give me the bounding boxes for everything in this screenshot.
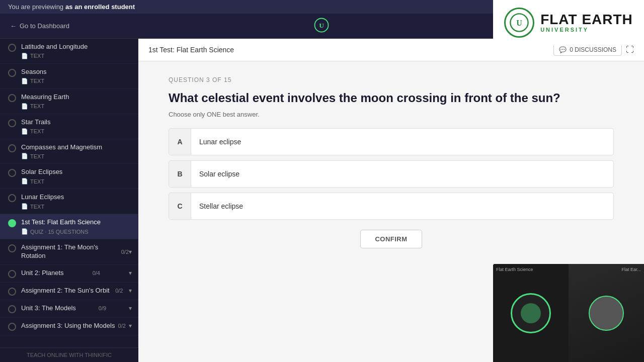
video-graphic bbox=[511, 293, 551, 333]
sidebar-item-title: Assignment 1: The Moon's Rotation bbox=[21, 243, 121, 260]
go-dashboard-button[interactable]: ← Go to Dashboard bbox=[10, 22, 69, 30]
sidebar-item-latitude[interactable]: Latitude and Longitude📄TEXT bbox=[0, 39, 138, 64]
sidebar-item-title: Unit 3: The Models bbox=[21, 304, 76, 313]
video-left-panel: Flat Earth Science bbox=[493, 264, 569, 362]
sidebar-item-title: Compasses and Magnetism bbox=[21, 143, 102, 152]
sidebar-item-title: Assignment 2: The Sun's Orbit bbox=[21, 287, 110, 295]
sidebar-item-title: Assignment 3: Using the Models bbox=[21, 322, 115, 330]
sidebar-item-sub-label: TEXT bbox=[30, 103, 44, 109]
answer-text: Lunar eclipse bbox=[191, 131, 249, 153]
sidebar-item-sub-label: TEXT bbox=[30, 78, 44, 84]
svg-text:U: U bbox=[516, 19, 522, 27]
sidebar-item-compasses[interactable]: Compasses and Magnetism📄TEXT bbox=[0, 139, 138, 164]
sidebar-item-assignment3[interactable]: Assignment 3: Using the Models0/2▾ bbox=[0, 318, 138, 335]
sidebar-item-title: Latitude and Longitude bbox=[21, 43, 88, 51]
answer-option-b[interactable]: BSolar eclipse bbox=[169, 160, 614, 188]
sidebar-item-assignment1[interactable]: Assignment 1: The Moon's Rotation0/2▾ bbox=[0, 239, 138, 265]
answer-text: Stellar eclipse bbox=[191, 195, 251, 217]
discussions-label: 0 DISCUSSIONS bbox=[570, 46, 616, 53]
sidebar-item-count: 0/2 bbox=[121, 249, 129, 255]
sidebar-circle bbox=[8, 169, 16, 177]
answer-letter: C bbox=[169, 193, 191, 219]
header-logo: U bbox=[314, 18, 329, 35]
brand-icon: U bbox=[504, 8, 534, 38]
sidebar-circle bbox=[8, 44, 16, 52]
chat-icon: 💬 bbox=[559, 46, 567, 53]
question-label: QUESTION 3 OF 15 bbox=[169, 76, 614, 83]
sidebar-circle bbox=[8, 194, 16, 202]
sidebar-item-title: Solar Eclipses bbox=[21, 168, 62, 176]
doc-icon: 📄 bbox=[21, 178, 28, 185]
sidebar-circle bbox=[8, 288, 16, 296]
answer-option-a[interactable]: ALunar eclipse bbox=[169, 128, 614, 155]
sidebar-item-solar-eclipses[interactable]: Solar Eclipses📄TEXT bbox=[0, 164, 138, 189]
sidebar-item-assignment2[interactable]: Assignment 2: The Sun's Orbit0/2▾ bbox=[0, 283, 138, 300]
chevron-down-icon[interactable]: ▾ bbox=[129, 248, 132, 255]
sidebar-item-sub-label: TEXT bbox=[30, 178, 44, 185]
back-arrow-icon: ← bbox=[10, 22, 17, 30]
sidebar-circle bbox=[8, 270, 16, 278]
sidebar-item-count: 0/9 bbox=[99, 305, 106, 311]
sidebar-item-title: Unit 2: Planets bbox=[21, 269, 64, 278]
video-right-label: Flat Ear... bbox=[621, 267, 641, 272]
answer-option-c[interactable]: CStellar eclipse bbox=[169, 193, 614, 220]
sidebar-item-count: 0/2 bbox=[118, 323, 126, 329]
doc-icon: 📄 bbox=[21, 203, 28, 210]
doc-icon: 📄 bbox=[21, 78, 28, 84]
expand-icon: ⛶ bbox=[626, 45, 634, 54]
sidebar-item-lunar-eclipses[interactable]: Lunar Eclipses📄TEXT bbox=[0, 189, 138, 214]
doc-icon: 📄 bbox=[21, 153, 28, 159]
brand-name: FLAT EARTH bbox=[540, 13, 633, 27]
sidebar-item-seasons[interactable]: Seasons📄TEXT bbox=[0, 64, 138, 89]
video-right-panel: Flat Ear... bbox=[569, 264, 644, 362]
sidebar-item-star-trails[interactable]: Star Trails📄TEXT bbox=[0, 114, 138, 139]
choose-label: Choose only ONE best answer. bbox=[169, 111, 614, 118]
presenter-area bbox=[569, 264, 644, 362]
sidebar-item-1st-test[interactable]: 1st Test: Flat Earth Science📄QUIZ · 15 Q… bbox=[0, 214, 138, 239]
sidebar-item-unit3[interactable]: Unit 3: The Models0/9▾ bbox=[0, 300, 138, 318]
sidebar-circle bbox=[8, 144, 16, 152]
sidebar-item-title: Lunar Eclipses bbox=[21, 193, 64, 202]
chevron-down-icon[interactable]: ▾ bbox=[129, 287, 132, 294]
sidebar-item-sub-label: TEXT bbox=[30, 204, 44, 210]
go-dashboard-label: Go to Dashboard bbox=[20, 22, 69, 30]
sidebar-item-unit2[interactable]: Unit 2: Planets0/4▾ bbox=[0, 265, 138, 283]
answer-text: Solar eclipse bbox=[191, 163, 248, 185]
presenter-avatar bbox=[589, 296, 624, 331]
confirm-button[interactable]: CONFIRM bbox=[360, 230, 422, 248]
answer-options: ALunar eclipseBSolar eclipseCStellar ecl… bbox=[169, 128, 614, 220]
confirm-area: CONFIRM bbox=[169, 230, 614, 248]
chevron-down-icon[interactable]: ▾ bbox=[129, 305, 132, 312]
sidebar-item-sub-label: TEXT bbox=[30, 128, 44, 134]
video-overlay: Flat Earth Science Flat Ear... bbox=[493, 264, 644, 362]
doc-icon: 📄 bbox=[21, 228, 28, 235]
doc-icon: 📄 bbox=[21, 53, 28, 59]
answer-letter: B bbox=[169, 161, 191, 187]
sidebar-item-title: 1st Test: Flat Earth Science bbox=[21, 218, 101, 227]
sidebar-item-title: Seasons bbox=[21, 68, 47, 76]
chevron-down-icon[interactable]: ▾ bbox=[129, 269, 132, 277]
chevron-down-icon[interactable]: ▾ bbox=[129, 322, 132, 329]
sidebar-item-title: Measuring Earth bbox=[21, 93, 69, 102]
video-circle-inner bbox=[521, 303, 541, 323]
sidebar-circle bbox=[8, 244, 16, 252]
sidebar-footer-text: TEACH ONLINE WITH THINKIFIC bbox=[27, 352, 112, 358]
sidebar-footer: TEACH ONLINE WITH THINKIFIC bbox=[0, 347, 138, 362]
brand-sub: UNIVERSITY bbox=[540, 27, 633, 33]
preview-text: You are previewing bbox=[8, 3, 63, 11]
doc-icon: 📄 bbox=[21, 103, 28, 110]
question-text: What celestial event involves the moon c… bbox=[169, 89, 614, 107]
svg-text:U: U bbox=[319, 22, 324, 29]
sidebar-circle bbox=[8, 305, 16, 313]
sidebar-circle bbox=[8, 219, 16, 227]
sidebar: Latitude and Longitude📄TEXTSeasons📄TEXTM… bbox=[0, 39, 138, 362]
content-actions: 💬 0 DISCUSSIONS ⛶ bbox=[553, 44, 634, 56]
sidebar-item-sub-label: QUIZ · 15 QUESTIONS bbox=[30, 229, 89, 235]
expand-button[interactable]: ⛶ bbox=[626, 45, 634, 54]
sidebar-item-measuring-earth[interactable]: Measuring Earth📄TEXT bbox=[0, 89, 138, 114]
answer-letter: A bbox=[169, 129, 191, 155]
brand-logo: U FLAT EARTH UNIVERSITY bbox=[493, 0, 644, 45]
discussions-button[interactable]: 💬 0 DISCUSSIONS bbox=[553, 44, 622, 56]
sidebar-circle bbox=[8, 69, 16, 77]
sidebar-item-title: Star Trails bbox=[21, 118, 51, 127]
